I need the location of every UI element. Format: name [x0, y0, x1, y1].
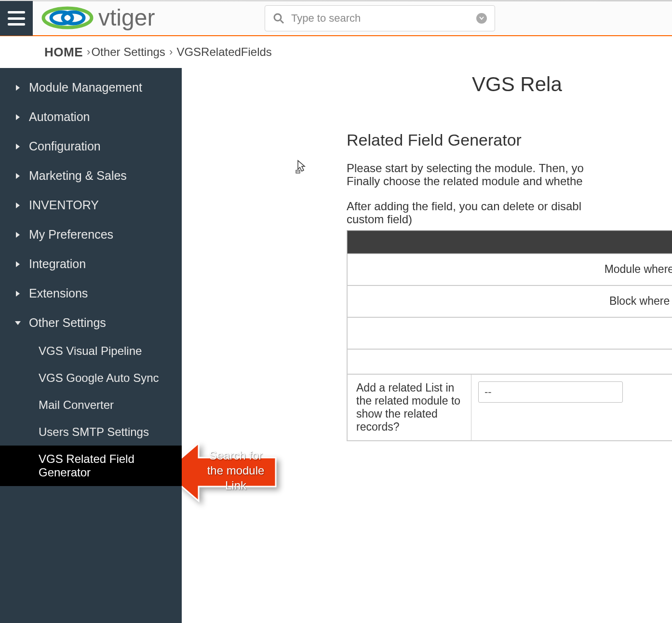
breadcrumb-level1[interactable]: Other Settings — [91, 45, 165, 59]
form-table: Rel Module where you will add the ne Blo… — [347, 230, 672, 441]
table-row-field-name: Your New Fiel — [347, 317, 672, 349]
sidebar-item-label: Marketing & Sales — [29, 169, 127, 183]
chevron-right-icon — [13, 172, 22, 180]
sidebar-item-automation[interactable]: Automation — [0, 102, 182, 132]
sidebar-sub-vgs-visual-pipeline[interactable]: VGS Visual Pipeline — [0, 338, 182, 365]
search-icon — [273, 13, 284, 24]
vtiger-logo[interactable]: vtiger — [39, 4, 224, 32]
chevron-right-icon — [13, 84, 22, 92]
chevron-right-icon — [13, 260, 22, 268]
cursor-icon — [295, 160, 308, 174]
sidebar-item-module-management[interactable]: Module Management — [0, 73, 182, 102]
hamburger-menu-button[interactable] — [0, 1, 33, 36]
sidebar-item-my-preferences[interactable]: My Preferences — [0, 220, 182, 249]
sidebar-item-other-settings[interactable]: Other Settings — [0, 308, 182, 338]
chevron-right-icon — [13, 143, 22, 150]
svg-text:vtiger: vtiger — [98, 5, 155, 30]
sidebar-item-label: Integration — [29, 257, 86, 271]
breadcrumb-level2: VGSRelatedFields — [176, 45, 271, 59]
add-list-label: Add a related List in the related module… — [347, 374, 471, 441]
description-line4: custom field) — [347, 213, 412, 226]
description-line1: Please start by selecting the module. Th… — [347, 162, 584, 175]
search-input[interactable] — [291, 12, 476, 25]
sidebar-sub-users-smtp-settings[interactable]: Users SMTP Settings — [0, 419, 182, 446]
svg-point-4 — [274, 14, 281, 21]
sidebar-sub-vgs-related-field-generator[interactable]: VGS Related Field Generator — [0, 446, 182, 486]
svg-line-5 — [281, 20, 283, 23]
sidebar-item-label: Automation — [29, 110, 90, 124]
add-list-select[interactable]: -- — [478, 381, 623, 403]
content-area: VGS Rela Related Field Generator Please … — [182, 68, 672, 623]
chevron-down-icon — [13, 320, 22, 326]
sidebar-item-label: Extensions — [29, 286, 88, 300]
section-title: Related Field Generator — [347, 131, 522, 149]
description-line3: After adding the field, you can delete o… — [347, 200, 581, 213]
chevron-right-icon — [13, 113, 22, 121]
table-row-block: Block where the new field will be — [347, 285, 672, 317]
sidebar-item-inventory[interactable]: INVENTORY — [0, 190, 182, 220]
chevron-right-icon — [13, 231, 22, 239]
sidebar-item-label: Configuration — [29, 139, 101, 153]
sidebar-item-label: Module Management — [29, 81, 142, 95]
breadcrumb: HOME › Other Settings › VGSRelatedFields — [0, 36, 672, 68]
table-row-add-list: Add a related List in the related module… — [347, 374, 672, 441]
sidebar-item-label: Other Settings — [29, 316, 106, 330]
table-row-module: Module where you will add the ne — [347, 254, 672, 285]
sidebar-item-configuration[interactable]: Configuration — [0, 132, 182, 161]
chevron-right-icon: › — [84, 46, 90, 58]
sidebar: Module Management Automation Configurati… — [0, 68, 182, 623]
sidebar-item-marketing-sales[interactable]: Marketing & Sales — [0, 161, 182, 190]
sidebar-item-label: INVENTORY — [29, 198, 99, 212]
sidebar-item-integration[interactable]: Integration — [0, 249, 182, 279]
search-dropdown-icon[interactable] — [476, 13, 487, 24]
sidebar-item-label: My Preferences — [29, 228, 113, 242]
sidebar-sub-vgs-google-auto-sync[interactable]: VGS Google Auto Sync — [0, 365, 182, 392]
sidebar-sub-mail-converter[interactable]: Mail Converter — [0, 392, 182, 419]
callout-text: Search for the module Link — [202, 448, 269, 493]
chevron-right-icon — [13, 202, 22, 209]
chevron-right-icon: › — [166, 46, 176, 58]
table-row-related-to: Related To — [347, 349, 672, 374]
table-header: Rel — [347, 230, 672, 254]
page-title: VGS Rela — [472, 73, 562, 96]
header: vtiger — [0, 1, 672, 36]
description-line2: Finally choose the related module and wh… — [347, 175, 583, 188]
search-box[interactable] — [265, 5, 495, 31]
breadcrumb-home[interactable]: HOME — [44, 45, 83, 60]
chevron-right-icon — [13, 290, 22, 298]
hamburger-icon — [8, 11, 25, 26]
sidebar-item-extensions[interactable]: Extensions — [0, 279, 182, 308]
